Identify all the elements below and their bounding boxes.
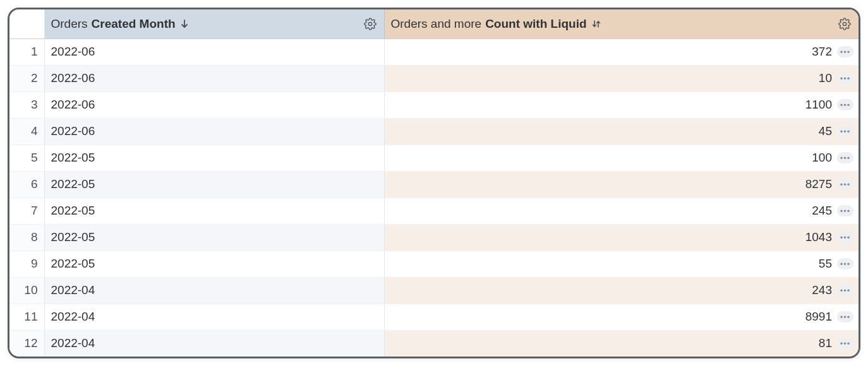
row-number: 6 bbox=[9, 171, 44, 198]
column-header-field: Created Month bbox=[92, 17, 176, 31]
count-value: 372 bbox=[812, 45, 832, 59]
column-header-prefix: Orders and more bbox=[391, 17, 482, 31]
created-month-cell[interactable]: 2022-04 bbox=[44, 277, 384, 304]
ellipsis-icon: ••• bbox=[840, 74, 851, 83]
data-table-card: Orders Created Month bbox=[8, 8, 860, 358]
table-row: 122022-0481••• bbox=[9, 330, 859, 357]
created-month-cell[interactable]: 2022-06 bbox=[44, 118, 384, 145]
created-month-cell[interactable]: 2022-06 bbox=[44, 92, 384, 118]
ellipsis-icon: ••• bbox=[840, 48, 851, 56]
row-actions-button[interactable]: ••• bbox=[837, 232, 853, 243]
row-actions-button[interactable]: ••• bbox=[837, 311, 853, 322]
table-row: 22022-0610••• bbox=[9, 65, 859, 92]
row-number: 2 bbox=[9, 65, 44, 92]
row-number: 12 bbox=[9, 330, 44, 357]
row-actions-button[interactable]: ••• bbox=[837, 46, 853, 57]
row-actions-button[interactable]: ••• bbox=[837, 205, 853, 216]
count-value: 45 bbox=[819, 124, 832, 138]
count-value: 10 bbox=[819, 71, 832, 85]
pivot-sort-icon[interactable] bbox=[591, 19, 602, 29]
sort-descending-icon[interactable] bbox=[179, 19, 190, 29]
count-cell[interactable]: 100••• bbox=[384, 145, 859, 171]
row-actions-button[interactable]: ••• bbox=[837, 258, 853, 269]
ellipsis-icon: ••• bbox=[840, 260, 851, 268]
count-value: 8991 bbox=[805, 310, 832, 324]
table-row: 32022-061100••• bbox=[9, 92, 859, 118]
column-header-prefix: Orders bbox=[51, 17, 88, 31]
created-month-cell[interactable]: 2022-04 bbox=[44, 330, 384, 357]
created-month-cell[interactable]: 2022-05 bbox=[44, 171, 384, 198]
table-row: 82022-051043••• bbox=[9, 224, 859, 251]
count-value: 81 bbox=[819, 336, 832, 350]
count-value: 55 bbox=[819, 257, 832, 271]
row-actions-button[interactable]: ••• bbox=[837, 179, 853, 190]
table-row: 52022-05100••• bbox=[9, 145, 859, 171]
count-value: 100 bbox=[812, 151, 832, 165]
count-cell[interactable]: 8275••• bbox=[384, 171, 859, 198]
created-month-cell[interactable]: 2022-05 bbox=[44, 198, 384, 224]
count-cell[interactable]: 372••• bbox=[384, 38, 859, 65]
count-cell[interactable]: 10••• bbox=[384, 65, 859, 92]
table-row: 92022-0555••• bbox=[9, 251, 859, 277]
row-number: 4 bbox=[9, 118, 44, 145]
count-cell[interactable]: 1043••• bbox=[384, 224, 859, 251]
count-value: 245 bbox=[812, 204, 832, 218]
created-month-cell[interactable]: 2022-06 bbox=[44, 38, 384, 65]
row-number: 9 bbox=[9, 251, 44, 277]
table-row: 42022-0645••• bbox=[9, 118, 859, 145]
column-settings-button[interactable] bbox=[838, 18, 852, 30]
created-month-cell[interactable]: 2022-06 bbox=[44, 65, 384, 92]
data-table: Orders Created Month bbox=[9, 9, 859, 357]
ellipsis-icon: ••• bbox=[840, 339, 851, 348]
table-row: 72022-05245••• bbox=[9, 198, 859, 224]
count-value: 1043 bbox=[805, 230, 832, 244]
count-cell[interactable]: 45••• bbox=[384, 118, 859, 145]
row-number: 1 bbox=[9, 38, 44, 65]
count-cell[interactable]: 81••• bbox=[384, 330, 859, 357]
ellipsis-icon: ••• bbox=[840, 127, 851, 136]
row-actions-button[interactable]: ••• bbox=[837, 152, 853, 163]
count-cell[interactable]: 1100••• bbox=[384, 92, 859, 118]
created-month-cell[interactable]: 2022-05 bbox=[44, 251, 384, 277]
row-actions-button[interactable]: ••• bbox=[837, 126, 853, 137]
count-value: 243 bbox=[812, 283, 832, 297]
created-month-cell[interactable]: 2022-05 bbox=[44, 145, 384, 171]
row-number-header bbox=[9, 9, 44, 38]
table-row: 112022-048991••• bbox=[9, 304, 859, 330]
count-cell[interactable]: 243••• bbox=[384, 277, 859, 304]
created-month-cell[interactable]: 2022-05 bbox=[44, 224, 384, 251]
svg-point-1 bbox=[843, 22, 846, 25]
row-number: 10 bbox=[9, 277, 44, 304]
ellipsis-icon: ••• bbox=[840, 154, 851, 162]
column-header-field: Count with Liquid bbox=[485, 17, 586, 31]
row-actions-button[interactable]: ••• bbox=[837, 73, 853, 84]
gear-icon bbox=[838, 18, 851, 30]
gear-icon bbox=[364, 18, 377, 30]
ellipsis-icon: ••• bbox=[840, 313, 851, 321]
count-value: 8275 bbox=[805, 177, 832, 191]
column-header-created-month[interactable]: Orders Created Month bbox=[44, 9, 384, 38]
ellipsis-icon: ••• bbox=[840, 207, 851, 215]
count-cell[interactable]: 245••• bbox=[384, 198, 859, 224]
row-number: 7 bbox=[9, 198, 44, 224]
count-cell[interactable]: 8991••• bbox=[384, 304, 859, 330]
row-actions-button[interactable]: ••• bbox=[837, 99, 853, 110]
table-row: 12022-06372••• bbox=[9, 38, 859, 65]
row-number: 3 bbox=[9, 92, 44, 118]
row-actions-button[interactable]: ••• bbox=[837, 338, 853, 349]
row-number: 5 bbox=[9, 145, 44, 171]
ellipsis-icon: ••• bbox=[840, 233, 851, 242]
ellipsis-icon: ••• bbox=[840, 180, 851, 189]
count-value: 1100 bbox=[805, 98, 832, 112]
row-actions-button[interactable]: ••• bbox=[837, 285, 853, 296]
column-header-count-with-liquid[interactable]: Orders and more Count with Liquid bbox=[384, 9, 859, 38]
ellipsis-icon: ••• bbox=[840, 286, 851, 295]
ellipsis-icon: ••• bbox=[840, 101, 851, 109]
column-settings-button[interactable] bbox=[364, 18, 378, 30]
count-cell[interactable]: 55••• bbox=[384, 251, 859, 277]
row-number: 8 bbox=[9, 224, 44, 251]
created-month-cell[interactable]: 2022-04 bbox=[44, 304, 384, 330]
table-row: 62022-058275••• bbox=[9, 171, 859, 198]
header-row: Orders Created Month bbox=[9, 9, 859, 38]
svg-point-0 bbox=[368, 22, 371, 25]
